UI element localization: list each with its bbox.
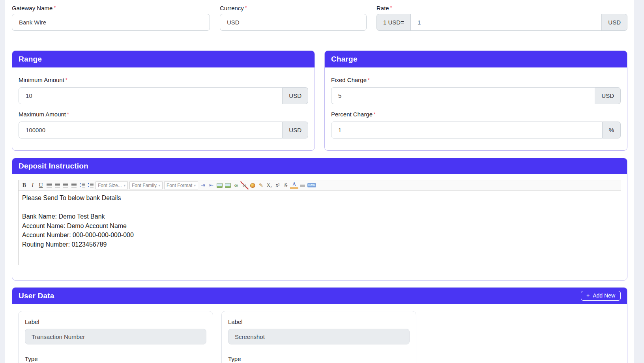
maximum-amount-input[interactable] — [19, 122, 283, 138]
editor-line: Routing Number: 0123456789 — [22, 240, 617, 249]
percent-charge-suffix: % — [603, 122, 621, 138]
editor-line: Account Name: Demo Account Name — [22, 221, 617, 231]
required-asterisk: * — [368, 77, 370, 83]
unlink-icon[interactable]: ∞ — [240, 182, 249, 189]
indent-icon[interactable]: ⇥ — [199, 182, 207, 189]
subscript-icon[interactable]: X₂ — [265, 182, 273, 189]
unordered-list-icon[interactable] — [86, 182, 95, 189]
chevron-down-icon: ▾ — [194, 183, 196, 187]
editor-content[interactable]: Please Send To below bank Details Bank N… — [19, 191, 621, 265]
insert-image-icon[interactable] — [224, 182, 232, 189]
link-icon[interactable]: ∞ — [232, 182, 240, 189]
user-data-entry-card: Label Type — [18, 311, 213, 363]
range-charge-row: Range Minimum Amount* USD Maximum Amount… — [12, 51, 627, 151]
select-label: Font Format — [167, 183, 192, 188]
editor-line: Bank Name: Demo Test Bank — [22, 212, 617, 221]
strikethrough-icon[interactable]: S — [282, 182, 290, 189]
deposit-instruction-title: Deposit Instruction — [12, 158, 627, 174]
required-asterisk: * — [390, 5, 392, 11]
align-right-icon[interactable] — [62, 182, 70, 189]
select-label: Font Size... — [98, 183, 122, 188]
superscript-icon[interactable]: x² — [273, 182, 282, 189]
remove-format-icon[interactable]: A — [290, 182, 298, 189]
font-family-select[interactable]: Font Family.▾ — [129, 182, 163, 189]
maximum-amount-group: USD — [19, 122, 308, 138]
italic-icon[interactable]: I — [28, 182, 37, 189]
range-card: Range Minimum Amount* USD Maximum Amount… — [12, 51, 315, 151]
label-text: Percent Charge — [331, 111, 373, 118]
fixed-charge-suffix: USD — [595, 87, 621, 104]
entry-type-caption: Type — [228, 356, 410, 363]
currency-input[interactable] — [220, 14, 367, 31]
add-new-label: Add New — [593, 292, 615, 299]
label-text: Rate — [376, 5, 389, 11]
minimum-amount-input[interactable] — [19, 87, 283, 104]
maximum-amount-field: Maximum Amount* USD — [19, 110, 308, 138]
charge-card-title: Charge — [325, 51, 627, 67]
font-format-select[interactable]: Font Format▾ — [164, 182, 198, 189]
percent-charge-input[interactable] — [331, 122, 603, 138]
percent-charge-group: % — [331, 122, 621, 138]
align-center-icon[interactable] — [53, 182, 62, 189]
align-left-icon[interactable] — [45, 182, 53, 189]
rate-prefix: 1 USD= — [376, 14, 410, 31]
required-asterisk: * — [245, 5, 247, 11]
edit-image-icon[interactable] — [215, 182, 224, 189]
xhtml-source-icon[interactable]: XHTML — [307, 183, 316, 187]
entry-label-input — [228, 329, 410, 344]
minimum-amount-field: Minimum Amount* USD — [19, 76, 308, 104]
entry-label-input — [25, 329, 206, 344]
charge-card-body: Fixed Charge* USD Percent Charge* % — [325, 67, 627, 150]
user-data-body: Label Type Label Type — [12, 304, 627, 363]
label-text: Maximum Amount — [19, 111, 66, 118]
editor-line: Account Number: 000-000-000-000-000 — [22, 230, 617, 240]
entry-label-caption: Label — [25, 318, 206, 326]
color-palette-icon[interactable] — [249, 182, 257, 189]
rate-input[interactable] — [410, 14, 602, 31]
percent-charge-field: Percent Charge* % — [331, 110, 621, 138]
gateway-name-field: Gateway Name* — [12, 5, 210, 31]
fixed-charge-group: USD — [331, 87, 621, 104]
label-text: Minimum Amount — [19, 77, 64, 83]
outdent-icon[interactable]: ⇤ — [207, 182, 215, 189]
gateway-name-label: Gateway Name* — [12, 5, 210, 11]
rate-input-group: 1 USD= USD — [376, 14, 627, 31]
fixed-charge-label: Fixed Charge* — [331, 76, 621, 84]
add-new-button[interactable]: + Add New — [581, 291, 621, 301]
required-asterisk: * — [54, 5, 56, 11]
ordered-list-icon[interactable] — [78, 182, 86, 189]
currency-field: Currency* — [220, 5, 367, 31]
entry-label-caption: Label — [228, 318, 410, 326]
gateway-name-input[interactable] — [12, 14, 210, 31]
fixed-charge-input[interactable] — [331, 87, 595, 104]
rich-text-editor: B I U Font Size...▾ Font Family.▾ Font F… — [18, 180, 621, 265]
underline-icon[interactable]: U — [37, 182, 45, 189]
align-justify-icon[interactable] — [70, 182, 78, 189]
minimum-amount-group: USD — [19, 87, 308, 104]
editor-toolbar: B I U Font Size...▾ Font Family.▾ Font F… — [19, 180, 621, 191]
horizontal-rule-icon[interactable] — [298, 182, 307, 189]
chevron-down-icon: ▾ — [158, 183, 160, 187]
rate-label: Rate* — [376, 5, 627, 11]
bold-icon[interactable]: B — [20, 182, 28, 189]
edit-note-icon[interactable]: ✎ — [257, 182, 265, 189]
fixed-charge-field: Fixed Charge* USD — [331, 76, 621, 104]
select-label: Font Family. — [132, 183, 157, 188]
label-text: Currency — [220, 5, 244, 11]
rate-field: Rate* 1 USD= USD — [376, 5, 627, 31]
maximum-amount-suffix: USD — [283, 122, 308, 138]
user-data-header: User Data + Add New — [12, 288, 627, 304]
required-asterisk: * — [66, 77, 67, 83]
font-size-select[interactable]: Font Size...▾ — [95, 182, 128, 189]
entry-type-caption: Type — [25, 356, 206, 363]
range-card-body: Minimum Amount* USD Maximum Amount* USD — [12, 67, 315, 150]
chevron-down-icon: ▾ — [124, 183, 125, 187]
user-data-title: User Data — [19, 292, 54, 300]
user-data-entry-card: Label Type — [221, 311, 416, 363]
rate-currency-suffix: USD — [602, 14, 627, 31]
currency-label: Currency* — [220, 5, 367, 11]
range-card-title: Range — [12, 51, 315, 67]
maximum-amount-label: Maximum Amount* — [19, 110, 308, 118]
minimum-amount-suffix: USD — [283, 87, 308, 104]
label-text: Fixed Charge — [331, 77, 367, 83]
